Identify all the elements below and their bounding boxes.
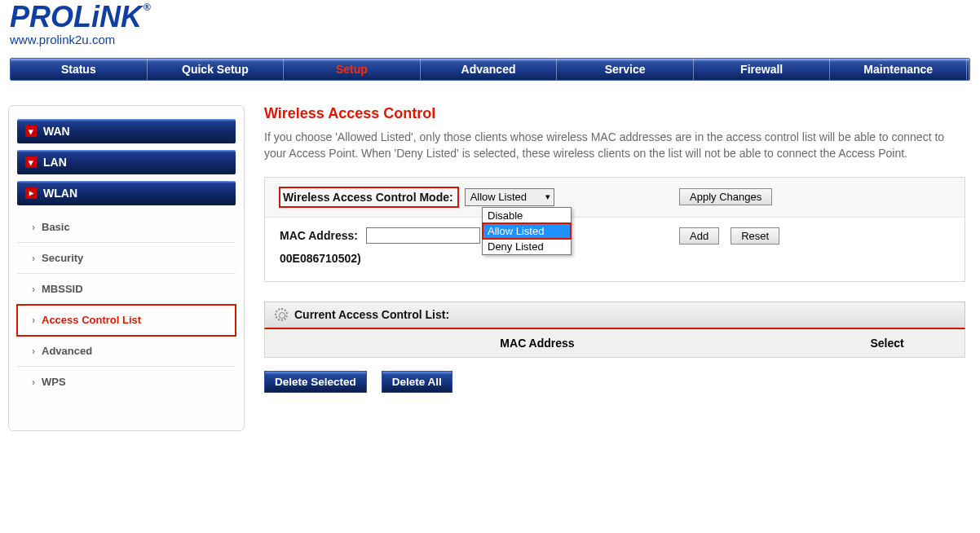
sidebar: WAN LAN WLAN Basic Security MBSSID Acces…	[8, 105, 245, 431]
sidebar-item-label: Security	[42, 243, 83, 274]
tab-maintenance[interactable]: Maintenance	[830, 59, 967, 80]
chevron-down-icon	[25, 126, 37, 137]
tab-setup[interactable]: Setup	[284, 59, 421, 80]
navbar-edge	[967, 59, 969, 80]
sidebar-item-security[interactable]: Security	[17, 243, 236, 274]
reset-button[interactable]: Reset	[731, 227, 779, 244]
sidebar-group-label: WLAN	[43, 181, 77, 205]
main-content: Wireless Access Control If you choose 'A…	[264, 105, 973, 431]
sidebar-group-wlan[interactable]: WLAN	[17, 181, 236, 205]
mode-label: Wireless Access Control Mode:	[283, 191, 453, 204]
sidebar-item-label: Advanced	[42, 336, 92, 367]
chevron-right-icon	[25, 187, 37, 199]
add-button[interactable]: Add	[679, 227, 719, 244]
mode-dropdown: Disable Allow Listed Deny Listed	[482, 207, 572, 255]
sidebar-item-label: MBSSID	[42, 274, 83, 305]
mac-label: MAC Address:	[280, 229, 358, 242]
acl-actions: Delete Selected Delete All	[264, 371, 965, 393]
mode-select[interactable]: Allow Listed	[465, 188, 554, 206]
sidebar-item-label: Access Control List	[42, 305, 141, 336]
tab-service[interactable]: Service	[557, 59, 694, 80]
mac-address-input[interactable]	[366, 227, 480, 244]
mode-option-disable[interactable]: Disable	[483, 208, 571, 223]
sidebar-item-access-control-list[interactable]: Access Control List	[17, 305, 236, 336]
apply-changes-button[interactable]: Apply Changes	[679, 188, 772, 205]
tab-status[interactable]: Status	[11, 59, 148, 80]
header: PROLiNK ® www.prolink2u.com	[0, 0, 980, 51]
mac-row: MAC Address: 00E086710502) Add Reset	[265, 218, 965, 281]
sidebar-item-advanced[interactable]: Advanced	[17, 336, 236, 367]
chevron-down-icon	[25, 156, 37, 168]
sidebar-group-label: WAN	[43, 119, 70, 143]
tab-advanced[interactable]: Advanced	[421, 59, 558, 80]
acl-table-header: MAC Address Select	[265, 329, 965, 357]
sidebar-item-mbssid[interactable]: MBSSID	[17, 274, 236, 305]
settings-panel: Wireless Access Control Mode: Allow List…	[264, 177, 965, 282]
acl-col-select: Select	[810, 337, 965, 350]
tab-firewall[interactable]: Firewall	[694, 59, 831, 80]
acl-section-title: Current Access Control List:	[294, 308, 449, 321]
sidebar-group-label: LAN	[43, 150, 67, 174]
sidebar-group-wan[interactable]: WAN	[17, 119, 236, 143]
brand-logo: PROLiNK ®	[10, 3, 980, 31]
brand-logo-text: PROLiNK	[10, 3, 142, 31]
sidebar-item-basic[interactable]: Basic	[17, 212, 236, 243]
gear-icon	[275, 308, 288, 321]
page-title: Wireless Access Control	[264, 105, 965, 122]
page-description: If you choose 'Allowed Listed', only tho…	[264, 129, 949, 162]
acl-section-header: Current Access Control List:	[264, 302, 965, 329]
brand-reg: ®	[143, 3, 151, 12]
acl-col-mac: MAC Address	[265, 337, 810, 350]
tab-quick-setup[interactable]: Quick Setup	[148, 59, 285, 80]
delete-selected-button[interactable]: Delete Selected	[264, 371, 367, 393]
sidebar-item-wps[interactable]: WPS	[17, 367, 236, 398]
sidebar-item-label: WPS	[42, 367, 66, 398]
sidebar-group-lan[interactable]: LAN	[17, 150, 236, 174]
mode-label-highlight: Wireless Access Control Mode:	[280, 187, 458, 207]
delete-all-button[interactable]: Delete All	[382, 371, 452, 393]
mode-option-allow-listed[interactable]: Allow Listed	[483, 223, 571, 239]
sidebar-item-label: Basic	[42, 212, 70, 243]
mode-option-deny-listed[interactable]: Deny Listed	[483, 239, 571, 254]
acl-table: MAC Address Select	[264, 329, 965, 358]
top-navbar: Status Quick Setup Setup Advanced Servic…	[10, 58, 970, 81]
mode-select-value: Allow Listed	[470, 191, 527, 203]
brand-url: www.prolink2u.com	[10, 33, 980, 46]
mode-row: Wireless Access Control Mode: Allow List…	[265, 178, 965, 218]
